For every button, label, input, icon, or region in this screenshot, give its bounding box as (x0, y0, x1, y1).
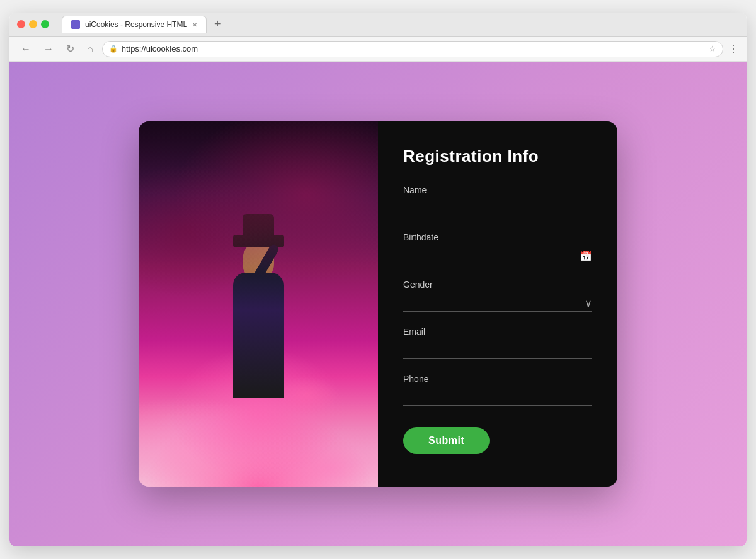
phone-field: Phone (403, 374, 592, 406)
tab-bar: uiCookies - Responsive HTML ✕ + (62, 16, 226, 33)
bookmark-button[interactable]: ☆ (709, 44, 716, 54)
registration-card: Registration Info Name Birthdate 📅 Gende… (139, 121, 617, 487)
new-tab-button[interactable]: + (209, 18, 226, 31)
tab-title: uiCookies - Responsive HTML (85, 20, 187, 29)
close-button[interactable] (17, 20, 25, 28)
birthdate-field: Birthdate 📅 (403, 232, 592, 264)
browser-window: uiCookies - Responsive HTML ✕ + ← → ↻ ⌂ … (9, 13, 747, 546)
gender-select[interactable]: Male Female Other Prefer not to say (403, 293, 592, 312)
url-text: https://uicookies.com (122, 44, 705, 54)
card-image-panel (139, 121, 378, 487)
phone-input[interactable] (403, 388, 592, 406)
minimize-button[interactable] (29, 20, 37, 28)
back-button[interactable]: ← (17, 41, 35, 57)
page-content: Registration Info Name Birthdate 📅 Gende… (9, 62, 747, 546)
gender-wrapper: Male Female Other Prefer not to say ∨ (403, 293, 592, 312)
birthdate-label: Birthdate (403, 232, 592, 242)
person-hat (233, 235, 284, 247)
address-bar[interactable]: 🔒 https://uicookies.com ☆ (102, 41, 723, 57)
gender-label: Gender (403, 280, 592, 290)
forward-button[interactable]: → (40, 41, 57, 57)
browser-toolbar: ← → ↻ ⌂ 🔒 https://uicookies.com ☆ ⋮ (9, 37, 747, 62)
home-button[interactable]: ⌂ (83, 41, 97, 57)
email-input[interactable] (403, 341, 592, 359)
birthdate-wrapper: 📅 (403, 246, 592, 264)
name-label: Name (403, 185, 592, 195)
birthdate-input[interactable] (403, 246, 592, 264)
email-field: Email (403, 327, 592, 359)
maximize-button[interactable] (41, 20, 49, 28)
submit-button[interactable]: Submit (403, 427, 490, 454)
browser-menu-button[interactable]: ⋮ (728, 43, 739, 55)
gender-field: Gender Male Female Other Prefer not to s… (403, 280, 592, 312)
person-head (243, 241, 274, 279)
chevron-down-icon: ∨ (585, 296, 592, 308)
name-input[interactable] (403, 199, 592, 217)
lock-icon: 🔒 (109, 45, 118, 53)
calendar-icon[interactable]: 📅 (580, 249, 592, 261)
form-title: Registration Info (403, 147, 592, 166)
name-field: Name (403, 185, 592, 217)
tab-favicon (71, 20, 80, 29)
tab-close-button[interactable]: ✕ (192, 21, 197, 28)
person-arm (241, 243, 280, 302)
smoke-background (139, 121, 378, 487)
browser-titlebar: uiCookies - Responsive HTML ✕ + (9, 13, 747, 37)
person-body (233, 273, 284, 398)
reload-button[interactable]: ↻ (62, 40, 78, 57)
phone-label: Phone (403, 374, 592, 384)
active-tab[interactable]: uiCookies - Responsive HTML ✕ (62, 16, 207, 33)
traffic-lights (17, 20, 49, 28)
email-label: Email (403, 327, 592, 337)
form-panel: Registration Info Name Birthdate 📅 Gende… (378, 121, 617, 487)
person-figure (208, 222, 309, 398)
person-hair (248, 235, 267, 323)
